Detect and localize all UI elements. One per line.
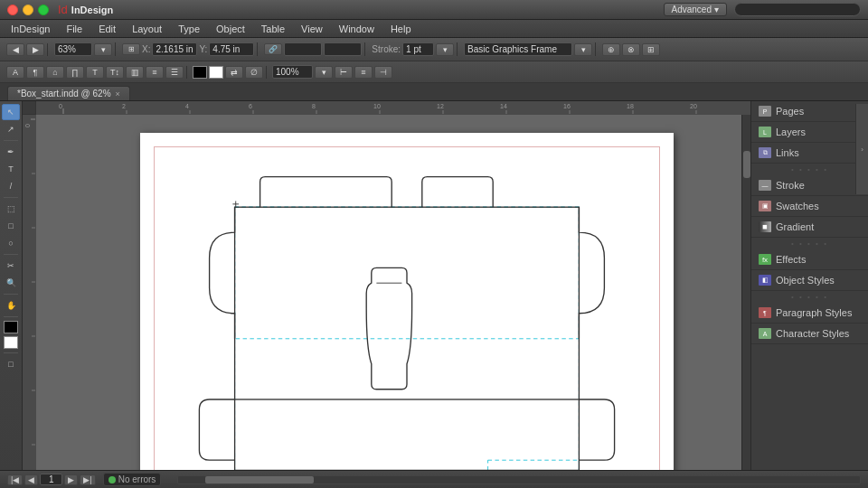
action-button-2[interactable]: ⊗ bbox=[622, 43, 640, 56]
panel-pages[interactable]: P Pages bbox=[751, 101, 868, 122]
fill-none-button[interactable]: ∅ bbox=[245, 66, 263, 79]
tb2-btn8[interactable]: ≡ bbox=[146, 66, 164, 79]
search-input[interactable] bbox=[734, 3, 861, 16]
page-number-input[interactable] bbox=[40, 474, 62, 485]
swap-colors-button[interactable]: ⇄ bbox=[225, 66, 243, 79]
y-input[interactable] bbox=[209, 42, 254, 56]
panel-layers[interactable]: L Layers bbox=[751, 122, 868, 143]
action-button-3[interactable]: ⊞ bbox=[642, 43, 660, 56]
first-page-button[interactable]: |◀ bbox=[7, 474, 23, 485]
rectangle-tool[interactable]: □ bbox=[2, 218, 20, 234]
toolbar2: A ¶ ⌂ ∏ T T↕ ▥ ≡ ☰ ⇄ ∅ ▾ ⊢ ≡ ⊣ bbox=[0, 61, 868, 83]
tb2-btn3[interactable]: ⌂ bbox=[46, 66, 64, 79]
minimize-button[interactable] bbox=[23, 5, 33, 15]
menu-edit[interactable]: Edit bbox=[91, 22, 123, 36]
zoom-input[interactable] bbox=[54, 42, 92, 56]
align-right-button[interactable]: ⊣ bbox=[374, 66, 392, 79]
align-left-button[interactable]: ⊢ bbox=[335, 66, 353, 79]
toolbar-frame-group: ▾ bbox=[461, 42, 596, 56]
menu-layout[interactable]: Layout bbox=[125, 22, 169, 36]
panel-character-styles[interactable]: A Character Styles bbox=[751, 324, 868, 344]
canvas-area[interactable]: 0 2 4 6 8 10 12 14 16 bbox=[23, 101, 750, 470]
height-input[interactable] bbox=[324, 42, 362, 56]
toolbar-back-button[interactable]: ◀ bbox=[6, 43, 24, 56]
menu-indesign[interactable]: InDesign bbox=[4, 22, 57, 36]
object-styles-icon: ◧ bbox=[759, 275, 771, 286]
stroke-weight-input[interactable] bbox=[402, 42, 434, 56]
panel-object-styles[interactable]: ◧ Object Styles bbox=[751, 270, 868, 291]
traffic-lights bbox=[7, 5, 49, 15]
zoom-tool[interactable]: 🔍 bbox=[2, 275, 20, 291]
panel-paragraph-styles[interactable]: ¶ Paragraph Styles bbox=[751, 303, 868, 324]
tb2-btn2[interactable]: ¶ bbox=[26, 66, 44, 79]
frame-dropdown-button[interactable]: ▾ bbox=[574, 43, 592, 56]
constrain-button[interactable]: 🔗 bbox=[264, 43, 282, 55]
x-input[interactable] bbox=[152, 42, 197, 56]
panel-effects[interactable]: fx Effects bbox=[751, 249, 868, 270]
stroke-tool[interactable] bbox=[4, 336, 18, 349]
fill-tool[interactable] bbox=[4, 321, 18, 333]
next-page-button[interactable]: ▶ bbox=[64, 474, 78, 485]
toolbar-navigation: ◀ ▶ bbox=[4, 43, 48, 56]
scale-dropdown-button[interactable]: ▾ bbox=[315, 66, 333, 79]
tab-close-button[interactable]: × bbox=[116, 89, 120, 99]
menu-object[interactable]: Object bbox=[209, 22, 252, 36]
panel-gradient[interactable]: ◼ Gradient bbox=[751, 217, 868, 238]
scrollbar-thumb-vertical[interactable] bbox=[743, 151, 750, 178]
selection-tool[interactable]: ↖ bbox=[2, 104, 20, 120]
panel-stroke[interactable]: — Stroke bbox=[751, 175, 868, 196]
rectangle-frame-tool[interactable]: ⬚ bbox=[2, 201, 20, 217]
ellipse-tool[interactable]: ○ bbox=[2, 235, 20, 251]
menu-window[interactable]: Window bbox=[332, 22, 382, 36]
tb2-btn9[interactable]: ☰ bbox=[165, 66, 184, 79]
hand-tool[interactable]: ✋ bbox=[2, 297, 20, 314]
workspace-label: Advanced bbox=[672, 5, 712, 14]
fill-color-swatch[interactable] bbox=[193, 66, 207, 79]
width-input[interactable] bbox=[284, 42, 322, 56]
toolbar-forward-button[interactable]: ▶ bbox=[26, 43, 44, 56]
panel-links[interactable]: ⧉ Links bbox=[751, 143, 868, 164]
panel-swatches[interactable]: ▣ Swatches bbox=[751, 196, 868, 217]
scissors-tool[interactable]: ✂ bbox=[2, 258, 20, 274]
scale-input[interactable] bbox=[272, 65, 313, 79]
menu-file[interactable]: File bbox=[59, 22, 90, 36]
document-tab[interactable]: *Box_start.indd @ 62% × bbox=[7, 86, 130, 100]
tab-bar: *Box_start.indd @ 62% × bbox=[0, 83, 868, 101]
layers-icon: L bbox=[759, 127, 771, 137]
errors-label: No errors bbox=[118, 474, 156, 484]
workspace-button[interactable]: Advanced ▾ bbox=[664, 3, 727, 16]
scrollbar-thumb-horizontal[interactable] bbox=[205, 476, 314, 483]
menu-type[interactable]: Type bbox=[171, 22, 207, 36]
line-tool[interactable]: / bbox=[2, 178, 20, 194]
close-button[interactable] bbox=[7, 5, 18, 15]
zoom-dropdown-button[interactable]: ▾ bbox=[94, 43, 112, 56]
menu-table[interactable]: Table bbox=[254, 22, 292, 36]
preview-mode-button[interactable]: □ bbox=[2, 356, 20, 372]
type-tool[interactable]: T bbox=[2, 161, 20, 177]
menu-help[interactable]: Help bbox=[383, 22, 419, 36]
app-icon: Id bbox=[58, 3, 68, 16]
prev-page-button[interactable]: ◀ bbox=[24, 474, 38, 485]
pen-tool[interactable]: ✒ bbox=[2, 144, 20, 160]
stroke-type-button[interactable]: ▾ bbox=[436, 43, 454, 56]
vertical-scrollbar[interactable] bbox=[741, 115, 750, 470]
tb2-btn5[interactable]: T bbox=[86, 66, 104, 79]
tb2-btn4[interactable]: ∏ bbox=[66, 66, 84, 79]
svg-rect-34 bbox=[488, 460, 580, 470]
direct-selection-tool[interactable]: ↗ bbox=[2, 121, 20, 137]
horizontal-scrollbar[interactable] bbox=[177, 475, 861, 484]
errors-indicator[interactable]: No errors bbox=[103, 473, 162, 486]
align-center-button[interactable]: ≡ bbox=[354, 66, 373, 79]
toolbar2-color-group: ⇄ ∅ bbox=[190, 66, 267, 79]
tb2-btn7[interactable]: ▥ bbox=[126, 66, 144, 79]
transform-reference-button[interactable]: ⊞ bbox=[122, 43, 140, 55]
tb2-btn6[interactable]: T↕ bbox=[106, 66, 124, 79]
action-button-1[interactable]: ⊕ bbox=[602, 43, 620, 56]
frame-type-input[interactable] bbox=[464, 42, 572, 56]
menu-view[interactable]: View bbox=[294, 22, 330, 36]
maximize-button[interactable] bbox=[38, 5, 49, 15]
last-page-button[interactable]: ▶| bbox=[80, 474, 95, 485]
panel-collapse-arrow[interactable]: › bbox=[855, 104, 868, 194]
stroke-color-swatch[interactable] bbox=[209, 66, 223, 79]
tb2-btn1[interactable]: A bbox=[6, 66, 24, 79]
